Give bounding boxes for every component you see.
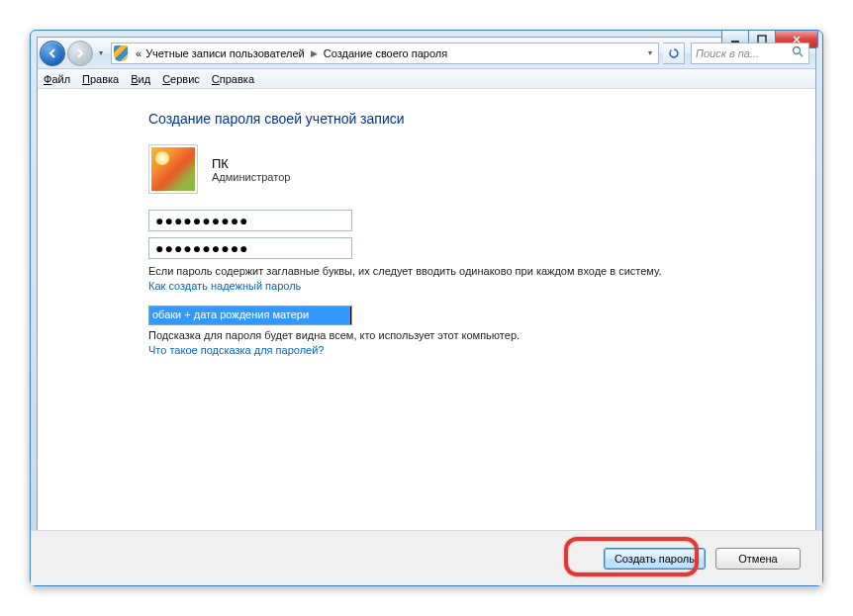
nav-forward-button[interactable] [67,41,93,66]
menu-edit[interactable]: Правка [82,73,119,85]
search-input[interactable]: Поиск в па... [691,43,809,64]
hint-help-link[interactable]: Что такое подсказка для паролей? [148,344,324,356]
page-title: Создание пароля своей учетной записи [148,111,815,127]
control-panel-icon [114,45,132,61]
menu-help[interactable]: Справка [212,73,254,85]
hint-note: Подсказка для пароля будет видна всем, к… [148,329,815,341]
breadcrumb-prefix: « [136,47,142,59]
nav-history-dropdown[interactable]: ▾ [95,42,107,65]
user-info: ПК Администратор [148,144,815,194]
breadcrumb-parent[interactable]: Учетные записи пользователей [145,47,305,59]
cancel-button[interactable]: Отмена [715,548,801,570]
user-name: ПК [212,156,290,171]
refresh-button[interactable] [663,43,685,64]
content-area: Создание пароля своей учетной записи ПК … [38,89,815,523]
svg-line-3 [800,53,803,56]
strong-password-link[interactable]: Как создать надежный пароль [148,280,301,292]
user-role: Администратор [212,171,290,183]
breadcrumb-current[interactable]: Создание своего пароля [324,47,448,59]
create-password-button[interactable]: Создать пароль [604,548,706,570]
menu-file[interactable]: Файл [44,73,70,85]
nav-bar: ▾ « Учетные записи пользователей ▶ Созда… [38,38,815,69]
nav-back-button[interactable] [40,41,65,66]
svg-point-2 [794,47,801,54]
avatar [148,144,198,194]
password-hint-field[interactable]: обаки + дата рождения матери [148,306,352,325]
address-dropdown-icon[interactable]: ▾ [642,48,656,57]
menu-tools[interactable]: Сервис [162,73,200,85]
footer-bar: Создать пароль Отмена [31,530,822,585]
window-chrome: ▾ « Учетные записи пользователей ▶ Созда… [30,30,823,586]
breadcrumb-separator-icon: ▶ [305,48,324,58]
menu-view[interactable]: Вид [131,73,150,85]
search-icon [792,45,805,60]
search-placeholder: Поиск в па... [696,47,759,59]
password-field[interactable]: ●●●●●●●●●● [148,210,352,231]
address-bar[interactable]: « Учетные записи пользователей ▶ Создани… [111,43,659,64]
window-content: ▾ « Учетные записи пользователей ▶ Созда… [37,37,816,579]
menu-bar: Файл Правка Вид Сервис Справка [38,69,815,89]
caps-note: Если пароль содержит заглавные буквы, их… [148,265,815,277]
password-confirm-field[interactable]: ●●●●●●●●●● [148,237,352,259]
